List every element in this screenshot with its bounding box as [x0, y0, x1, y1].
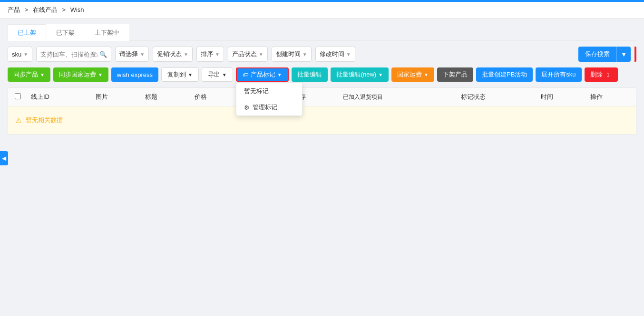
expand-all-sku-label: 展开所有sku [541, 70, 576, 79]
save-search-arrow-button[interactable]: ▼ [616, 47, 631, 62]
delist-product-button[interactable]: 下架产品 [437, 67, 473, 82]
product-tag-dropdown-menu: 暂无标记 ⚙ 管理标记 [236, 83, 302, 116]
table-header-row: 线上ID 图片 标题 价格 运费 库存 已加入退货项目 标记状态 时间 操作 [8, 88, 636, 106]
tab-listing[interactable]: 上下架中 [85, 24, 129, 41]
product-status-filter[interactable]: 产品状态 ▼ [228, 47, 268, 62]
th-checkbox [8, 88, 27, 106]
sync-product-arrow-icon: ▼ [40, 72, 45, 77]
dropdown-item-manage-tag[interactable]: ⚙ 管理标记 [236, 99, 302, 115]
th-image: 图片 [92, 88, 141, 106]
modify-time-filter[interactable]: 修改时间 ▼ [315, 47, 355, 62]
warning-icon: ⚠ [16, 116, 22, 124]
product-tag-label: 产品标记 [251, 70, 275, 79]
product-status-filter-label: 产品状态 [232, 50, 257, 58]
red-bar [634, 47, 636, 62]
delete-label: 删除 [590, 70, 603, 79]
save-search-button[interactable]: 保存搜索 [578, 47, 616, 62]
th-operation: 操作 [586, 88, 636, 106]
delete-button[interactable]: 删除 1 [585, 67, 618, 82]
th-price: 价格 [191, 88, 240, 106]
select-all-checkbox[interactable] [15, 93, 21, 99]
copy-to-arrow-icon: ▼ [188, 72, 193, 77]
breadcrumb: 产品 > 在线产品 > Wish [0, 2, 644, 19]
batch-edit-new-arrow-icon: ▼ [378, 72, 383, 77]
country-freight-arrow-icon: ▼ [424, 72, 429, 77]
product-tag-dropdown-container: 🏷 产品标记 ▼ 暂无标记 ⚙ 管理标记 [236, 67, 289, 82]
batch-edit-button[interactable]: 批量编辑 [292, 67, 328, 82]
no-data-row: ⚠ 暂无相关数据 [8, 106, 636, 134]
search-icon: 🔍 [99, 51, 107, 58]
promotion-filter-label: 促销状态 [157, 50, 182, 58]
export-label: 导出 [208, 70, 220, 79]
select-filter-label: 请选择 [119, 50, 138, 58]
product-table: 线上ID 图片 标题 价格 运费 库存 已加入退货项目 标记状态 时间 操作 ⚠ [8, 88, 636, 134]
product-status-filter-arrow-icon: ▼ [259, 52, 263, 57]
tab-listed[interactable]: 已上架 [8, 24, 46, 41]
product-tag-arrow-icon: ▼ [277, 72, 282, 77]
th-time: 时间 [537, 88, 586, 106]
sync-country-freight-label: 同步国家运费 [59, 70, 96, 79]
batch-create-pb-label: 批量创建PB活动 [482, 70, 527, 79]
main-content: 已上架 已下架 上下架中 sku ▼ 🔍 请选择 ▼ 促销状态 ▼ 排序 ▼ 产… [0, 19, 644, 140]
modify-time-filter-arrow-icon: ▼ [346, 52, 351, 57]
copy-to-label: 复制到 [167, 70, 186, 79]
sort-filter-label: 排序 [201, 50, 213, 58]
search-input-wrapper[interactable]: 🔍 [36, 47, 111, 62]
breadcrumb-item-2: 在线产品 [33, 6, 58, 13]
table-wrapper: 线上ID 图片 标题 价格 运费 库存 已加入退货项目 标记状态 时间 操作 ⚠ [8, 87, 636, 134]
expand-all-sku-button[interactable]: 展开所有sku [536, 67, 581, 82]
tag-icon: 🏷 [243, 71, 249, 78]
sku-filter-label: sku [12, 51, 21, 58]
export-button[interactable]: 导出 ▼ [202, 67, 233, 82]
breadcrumb-item-3: Wish [70, 6, 84, 13]
save-search-group: 保存搜索 ▼ [578, 47, 631, 62]
delete-badge: 1 [605, 71, 612, 78]
delist-product-label: 下架产品 [443, 70, 468, 79]
wish-express-button[interactable]: wish express [111, 67, 158, 82]
filter-bar: sku ▼ 🔍 请选择 ▼ 促销状态 ▼ 排序 ▼ 产品状态 ▼ 创建时间 ▼ … [8, 47, 636, 62]
sku-filter-arrow-icon: ▼ [23, 52, 28, 57]
batch-edit-new-button[interactable]: 批量编辑(new) ▼ [331, 67, 389, 82]
batch-edit-new-label: 批量编辑(new) [336, 70, 377, 79]
copy-to-button[interactable]: 复制到 ▼ [161, 67, 199, 82]
country-freight-label: 国家运费 [397, 70, 422, 79]
sku-filter[interactable]: sku ▼ [8, 47, 32, 62]
select-filter[interactable]: 请选择 ▼ [115, 47, 149, 62]
th-tag-status: 标记状态 [457, 88, 537, 106]
sync-country-freight-arrow-icon: ▼ [98, 72, 103, 77]
dropdown-item-no-tag[interactable]: 暂无标记 [236, 83, 302, 99]
breadcrumb-item-1: 产品 [8, 6, 20, 13]
sync-country-freight-button[interactable]: 同步国家运费 ▼ [53, 67, 108, 82]
no-data-text: 暂无相关数据 [26, 116, 63, 124]
th-online-id: 线上ID [27, 88, 92, 106]
export-arrow-icon: ▼ [222, 72, 227, 77]
th-return-items: 已加入退货项目 [339, 88, 457, 106]
th-title: 标题 [141, 88, 191, 106]
create-time-filter[interactable]: 创建时间 ▼ [272, 47, 312, 62]
search-input[interactable] [40, 51, 98, 58]
tabs-bar: 已上架 已下架 上下架中 [8, 24, 636, 41]
sort-filter-arrow-icon: ▼ [215, 52, 220, 57]
no-tag-label: 暂无标记 [244, 87, 269, 96]
wish-express-label: wish express [117, 71, 153, 78]
select-filter-arrow-icon: ▼ [140, 52, 145, 57]
modify-time-filter-label: 修改时间 [320, 50, 344, 58]
product-tag-button[interactable]: 🏷 产品标记 ▼ [236, 67, 289, 82]
action-bar: 同步产品 ▼ 同步国家运费 ▼ wish express 复制到 ▼ 导出 ▼ … [8, 67, 636, 82]
create-time-filter-label: 创建时间 [276, 50, 301, 58]
sort-filter[interactable]: 排序 ▼ [196, 47, 224, 62]
promotion-filter[interactable]: 促销状态 ▼ [153, 47, 193, 62]
manage-tag-icon: ⚙ [244, 104, 250, 111]
create-time-filter-arrow-icon: ▼ [302, 52, 307, 57]
sync-product-label: 同步产品 [13, 70, 38, 79]
sync-product-button[interactable]: 同步产品 ▼ [8, 67, 50, 82]
country-freight-button[interactable]: 国家运费 ▼ [391, 67, 434, 82]
tab-delisted[interactable]: 已下架 [46, 24, 85, 41]
promotion-filter-arrow-icon: ▼ [184, 52, 188, 57]
batch-create-pb-button[interactable]: 批量创建PB活动 [476, 67, 533, 82]
batch-edit-label: 批量编辑 [297, 70, 322, 79]
manage-tag-label: 管理标记 [253, 103, 277, 112]
